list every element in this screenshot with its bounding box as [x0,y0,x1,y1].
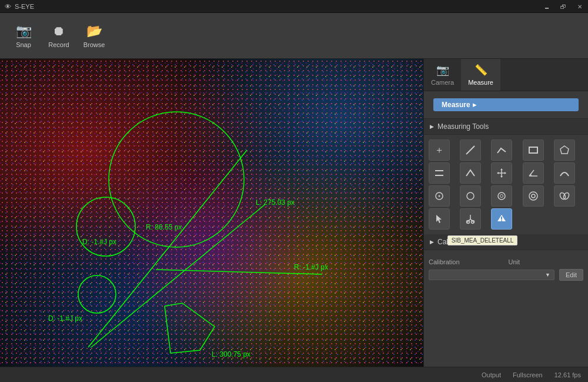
svg-point-27 [467,192,474,200]
arrow-icon: ▶ [430,124,434,129]
tool-rectangle[interactable] [523,139,544,161]
record-tool[interactable]: ⏺ Record [41,20,76,52]
svg-marker-22 [505,172,506,174]
main-toolbar: 📷 Snap ⏺ Record 📂 Browse [0,13,588,59]
measure-tab-label: Measure [468,79,493,86]
tool-scissors[interactable] [460,208,481,230]
camera-icon: 📷 [436,64,449,77]
snap-tool[interactable]: 📷 Snap [6,20,41,52]
svg-marker-34 [436,215,442,223]
svg-marker-20 [500,176,503,178]
record-icon: ⏺ [52,24,65,39]
record-label: Record [48,41,69,48]
browse-label: Browse [83,41,105,48]
tab-camera[interactable]: 📷 Camera [424,59,461,91]
svg-rect-13 [529,147,537,153]
tool-parallel[interactable] [429,162,450,184]
measuring-tools-label: Measuring Tools [437,122,489,131]
svg-point-42 [501,220,502,221]
fps-status: 12.61 fps [554,371,581,378]
main-area: R: 86.55 px D: -1.#J px D: -1.#J px L: 2… [0,59,588,367]
snap-label: Snap [16,41,31,48]
app-logo: 👁 [5,3,11,10]
tool-move[interactable] [491,162,512,184]
calibration-section: Calibration Unit ▼ Edit [424,250,588,285]
calibration-edit-button[interactable]: Edit [559,269,583,281]
tool-polyline[interactable] [491,139,512,161]
tab-measure[interactable]: 📏 Measure [461,59,500,91]
tool-annulus[interactable] [523,185,544,207]
close-button[interactable]: ✕ [572,0,588,13]
calibration-dropdown[interactable]: ▼ [429,270,554,280]
output-status[interactable]: Output [482,371,501,378]
tool-arc[interactable] [554,162,575,184]
tool-pointer[interactable] [429,208,450,230]
tool-line[interactable] [460,139,481,161]
svg-marker-21 [497,172,499,174]
svg-point-29 [500,195,503,198]
svg-point-26 [439,195,440,197]
titlebar: 👁 S-EYE 🗕 🗗 ✕ [0,0,588,13]
tool-add-point[interactable]: ＋ [429,139,450,161]
tool-angle-open[interactable] [460,162,481,184]
calibration-label: Calibration [437,238,471,246]
svg-marker-14 [560,146,569,154]
tool-circle-fit[interactable] [491,185,512,207]
statusbar: Output Fullscreen 12.61 fps [0,367,588,382]
measure-active-button[interactable]: Measure [433,98,579,111]
pixel-noise [0,59,423,367]
panel-tabs: 📷 Camera 📏 Measure [424,59,588,91]
tool-circle-center[interactable] [429,185,450,207]
browse-tool[interactable]: 📂 Browse [76,20,112,52]
restore-button[interactable]: 🗗 [555,0,572,13]
measuring-tools-header[interactable]: ▶ Measuring Tools [424,119,588,135]
microscope-image [0,59,423,367]
unit-field-label: Unit [509,258,584,265]
calibration-arrow-icon: ▶ [430,239,434,245]
snap-icon: 📷 [16,24,32,39]
camera-tab-label: Camera [431,79,454,86]
tool-delete-all[interactable]: SIB_MEA_DELETEALL [491,208,512,230]
tool-polygon[interactable] [554,139,575,161]
svg-point-31 [532,194,535,198]
canvas-area[interactable]: R: 86.55 px D: -1.#J px D: -1.#J px L: 2… [0,59,423,367]
fullscreen-status[interactable]: Fullscreen [513,371,543,378]
svg-point-28 [498,192,505,200]
calibration-field-label: Calibration [429,258,504,265]
measure-btn-label: Measure [442,101,470,109]
svg-line-12 [466,146,475,154]
browse-icon: 📂 [86,24,102,39]
tool-chain[interactable] [554,185,575,207]
right-panel: 📷 Camera 📏 Measure Measure ▶ Measuring T… [423,59,588,367]
app-title: S-EYE [15,3,34,10]
measure-icon: 📏 [475,64,487,77]
tool-circle-3pt[interactable] [460,185,481,207]
svg-point-30 [529,192,537,200]
svg-line-24 [529,170,534,176]
svg-marker-19 [500,168,503,170]
calibration-header[interactable]: ▶ Calibration [424,234,588,250]
minimize-button[interactable]: 🗕 [539,0,555,13]
tools-grid: ＋ [424,135,588,234]
tool-angle[interactable] [523,162,544,184]
